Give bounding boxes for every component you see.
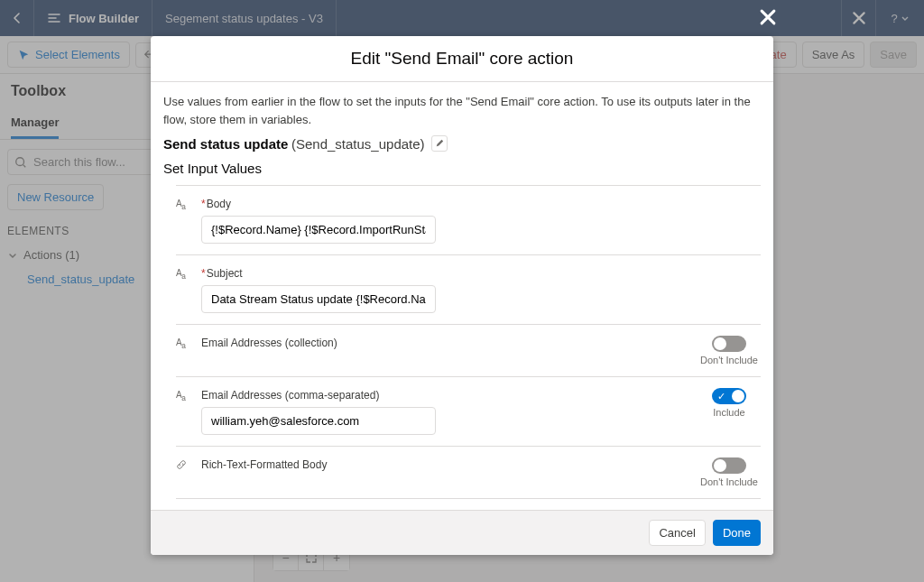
field-body: Aa *Body bbox=[176, 185, 761, 254]
field-rich-body: Rich-Text-Formatted Body Don't Include bbox=[176, 446, 761, 498]
modal-description: Use values from earlier in the flow to s… bbox=[163, 93, 761, 128]
rich-body-toggle-label: Don't Include bbox=[700, 476, 758, 487]
modal-body: Use values from earlier in the flow to s… bbox=[151, 82, 773, 510]
emails-collection-toggle-label: Don't Include bbox=[700, 355, 758, 365]
link-type-icon bbox=[176, 459, 189, 470]
rich-body-label: Rich-Text-Formatted Body bbox=[201, 458, 327, 471]
field-subject: Aa *Subject bbox=[176, 254, 761, 324]
emails-collection-toggle[interactable] bbox=[712, 336, 746, 352]
emails-csv-toggle-label: Include bbox=[713, 407, 744, 418]
text-type-icon: Aa bbox=[176, 337, 189, 350]
modal-overlay: Edit "Send Email" core action Use values… bbox=[0, 0, 924, 582]
element-name-line: Send status update (Send_status_update) bbox=[163, 135, 761, 152]
modal: Edit "Send Email" core action Use values… bbox=[151, 36, 773, 555]
body-label: *Body bbox=[201, 198, 231, 210]
emails-collection-label: Email Addresses (collection) bbox=[201, 337, 337, 349]
emails-csv-label: Email Addresses (comma-separated) bbox=[201, 389, 379, 402]
field-emails-collection: Aa Email Addresses (collection) Don't In… bbox=[176, 324, 761, 376]
field-sender: Aa Sender Address Don't Include bbox=[176, 498, 761, 510]
text-type-icon: Aa bbox=[176, 390, 189, 402]
pencil-icon bbox=[435, 139, 444, 148]
field-emails-csv: Aa Email Addresses (comma-separated) ✓ I… bbox=[176, 376, 761, 446]
subject-input[interactable] bbox=[201, 285, 436, 313]
modal-footer: Cancel Done bbox=[151, 510, 773, 555]
text-type-icon: Aa bbox=[176, 199, 189, 211]
cancel-button[interactable]: Cancel bbox=[649, 520, 705, 546]
modal-close-button[interactable] bbox=[758, 7, 778, 27]
rich-body-toggle[interactable] bbox=[712, 457, 746, 474]
edit-name-button[interactable] bbox=[431, 135, 448, 152]
element-api-name: (Send_status_update) bbox=[291, 136, 425, 152]
text-type-icon: Aa bbox=[176, 268, 189, 281]
close-icon bbox=[758, 7, 778, 27]
section-header: Set Input Values bbox=[163, 161, 761, 176]
subject-label: *Subject bbox=[201, 267, 243, 280]
body-input[interactable] bbox=[201, 216, 436, 244]
done-button[interactable]: Done bbox=[713, 520, 761, 546]
emails-csv-toggle[interactable]: ✓ bbox=[712, 388, 746, 404]
emails-csv-input[interactable] bbox=[201, 407, 436, 435]
modal-title: Edit "Send Email" core action bbox=[151, 36, 773, 82]
element-name: Send status update bbox=[163, 136, 288, 152]
